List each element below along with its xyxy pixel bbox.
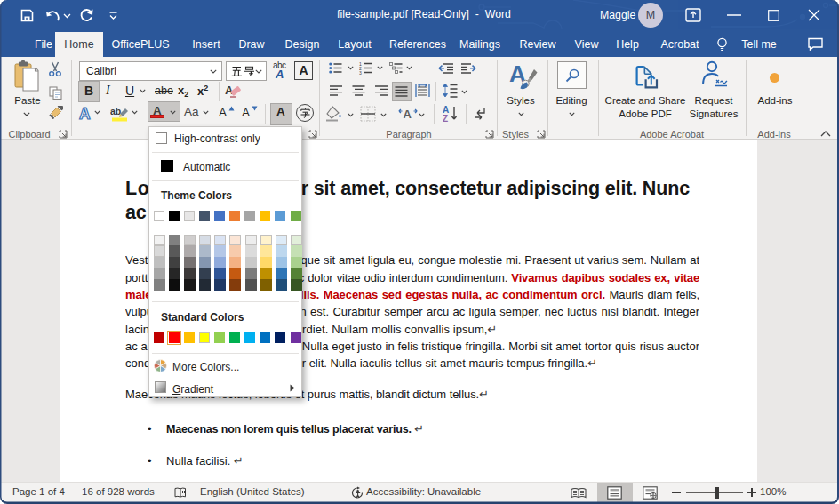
svg-text:Z: Z [443,114,448,123]
svg-text:A: A [79,105,91,122]
svg-text:A: A [404,108,412,121]
svg-text:ab: ab [110,106,121,116]
svg-text:3: 3 [359,70,362,76]
